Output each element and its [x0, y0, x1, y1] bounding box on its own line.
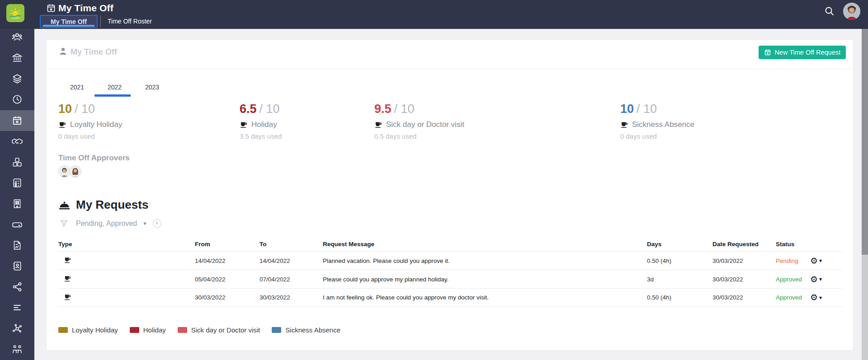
sidebar-item-bank[interactable]	[0, 47, 34, 68]
sidebar	[0, 29, 34, 360]
legend-label: Sick day or Doctor visit	[191, 326, 260, 334]
sidebar-item-align-left[interactable]	[0, 297, 34, 318]
legend-item: Sickness Absence	[272, 326, 340, 334]
status-filter: Pending, Approved ▾ ✕	[60, 219, 161, 228]
stat-label: Holiday	[251, 120, 277, 129]
clear-filter-icon[interactable]: ✕	[153, 219, 161, 228]
stat-total: / 10	[637, 102, 657, 116]
sidebar-item-report-file[interactable]	[0, 235, 34, 256]
row-actions-caret-icon[interactable]: ▾	[819, 257, 822, 264]
table-row: 30/03/2022 30/03/2022 I am not feeling o…	[58, 288, 842, 307]
status-badge: Approved	[776, 294, 808, 301]
cell-days: 3d	[647, 276, 712, 283]
table-row: 05/04/2022 07/04/2022 Please could you a…	[58, 270, 842, 288]
legend-swatch	[272, 327, 281, 333]
cell-to: 07/04/2022	[259, 276, 323, 283]
cup-icon	[64, 293, 71, 301]
panel-title: My Time Off	[71, 47, 117, 57]
legend-item: Loyalty Holiday	[58, 326, 118, 334]
hard-drive-icon	[11, 219, 23, 230]
sidebar-item-team[interactable]	[0, 339, 34, 360]
user-avatar[interactable]	[843, 3, 860, 20]
tab-time-off-roster[interactable]: Time Off Roster	[105, 15, 155, 28]
stat-value: 10	[620, 102, 634, 116]
tab-label: My Time Off	[51, 18, 87, 25]
approver-avatar-1[interactable]	[58, 165, 71, 178]
stat-loyalty-holiday: 10/ 10 Loyalty Holiday 0 days used	[58, 102, 122, 140]
approver-avatar-2[interactable]	[69, 165, 81, 178]
sidebar-item-building[interactable]	[0, 193, 34, 214]
new-request-label: New Time Off Request	[774, 49, 840, 56]
divider	[47, 69, 853, 69]
topbar: My Time Off My Time Off Time Off Roster	[0, 0, 868, 29]
status-badge: Approved	[776, 276, 808, 283]
cell-to: 30/03/2022	[259, 294, 323, 301]
sidebar-item-checklist[interactable]	[0, 173, 34, 193]
year-tab-2023[interactable]: 2023	[133, 84, 171, 91]
stat-holiday: 6.5/ 10 Holiday 3.5 days used	[240, 102, 282, 140]
app-root: My Time Off My Time Off Time Off Roster	[0, 0, 868, 360]
col-header-status: Status	[776, 241, 842, 248]
sidebar-item-hard-drive[interactable]	[0, 214, 34, 235]
sidebar-item-cubes[interactable]	[0, 152, 34, 173]
cell-date-requested: 30/03/2022	[712, 276, 776, 283]
cell-from: 14/04/2022	[195, 257, 259, 264]
calendar-x-icon	[764, 49, 771, 56]
sidebar-item-connections[interactable]	[0, 318, 34, 339]
stat-total: / 10	[259, 102, 280, 116]
col-header-days: Days	[647, 241, 712, 248]
col-header-type: Type	[58, 241, 195, 248]
legend-swatch	[130, 327, 139, 333]
checklist-icon	[12, 178, 23, 188]
share-nodes-icon	[12, 281, 23, 292]
sidebar-item-clock[interactable]	[0, 89, 34, 110]
align-left-icon	[12, 302, 23, 313]
my-requests-title: My Requests	[76, 198, 148, 212]
legend-item: Holiday	[130, 326, 166, 334]
cell-from: 30/03/2022	[195, 294, 259, 301]
cloche-icon	[58, 200, 71, 210]
sidebar-item-layers[interactable]	[0, 68, 34, 89]
row-actions-gear-icon[interactable]: ⚙	[810, 293, 818, 302]
handshake-icon	[11, 136, 23, 147]
sidebar-item-address-book[interactable]	[0, 256, 34, 276]
app-logo[interactable]	[6, 4, 24, 22]
row-actions-caret-icon[interactable]: ▾	[819, 295, 822, 301]
stat-value: 10	[58, 102, 72, 116]
sidebar-item-share[interactable]	[0, 276, 34, 297]
legend-label: Loyalty Holiday	[72, 326, 118, 334]
legend-swatch	[178, 327, 187, 333]
cell-message: I am not feeling ok. Please could you ap…	[323, 294, 647, 301]
row-actions-gear-icon[interactable]: ⚙	[810, 257, 818, 265]
scrollbar-thumb[interactable]	[862, 29, 868, 255]
stat-label: Sick day or Doctor visit	[386, 120, 464, 129]
cell-to: 14/04/2022	[259, 257, 323, 264]
row-actions-caret-icon[interactable]: ▾	[819, 276, 822, 282]
scrollbar-track[interactable]	[862, 29, 868, 360]
cell-date-requested: 30/03/2022	[712, 294, 776, 301]
active-year-underline	[94, 94, 131, 97]
filter-value[interactable]: Pending, Approved	[76, 220, 137, 228]
cell-message: Please could you approve my planned holi…	[323, 276, 647, 283]
time-off-calendar-icon	[12, 115, 23, 126]
new-time-off-request-button[interactable]: New Time Off Request	[759, 46, 846, 59]
legend-swatch	[58, 327, 68, 333]
sidebar-item-handshake[interactable]	[0, 131, 34, 152]
active-tab-underline	[43, 25, 94, 27]
sidebar-item-users-group[interactable]	[0, 27, 34, 47]
cell-from: 05/04/2022	[195, 276, 259, 283]
tab-separator	[100, 15, 101, 28]
col-header-to: To	[259, 241, 323, 248]
sidebar-item-time-off[interactable]	[0, 110, 34, 131]
users-group-icon	[12, 32, 23, 42]
legend-item: Sick day or Doctor visit	[178, 326, 260, 334]
row-actions-gear-icon[interactable]: ⚙	[810, 275, 818, 284]
filter-caret-icon[interactable]: ▾	[143, 220, 146, 227]
tab-my-time-off[interactable]: My Time Off	[40, 15, 98, 28]
stat-total: / 10	[394, 102, 415, 116]
year-tab-2022[interactable]: 2022	[96, 84, 133, 91]
table-header-row: Type From To Request Message Days Date R…	[58, 237, 842, 251]
search-icon[interactable]	[824, 5, 836, 18]
col-header-date-requested: Date Requested	[712, 241, 776, 248]
year-tab-2021[interactable]: 2021	[58, 84, 96, 91]
